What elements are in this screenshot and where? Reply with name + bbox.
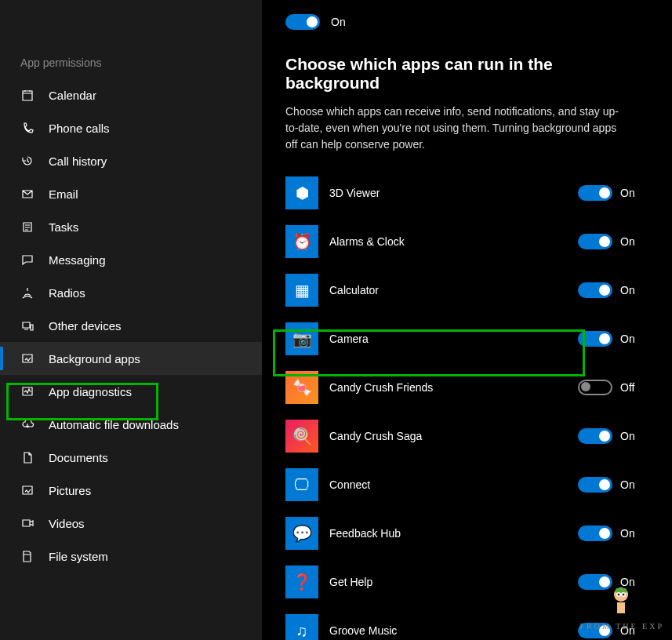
sidebar-item-radios[interactable]: Radios bbox=[0, 276, 262, 309]
sidebar-item-downloads[interactable]: Automatic file downloads bbox=[0, 408, 262, 441]
app-icon: 🍭 bbox=[285, 420, 318, 453]
app-icon: 💬 bbox=[285, 517, 318, 550]
mascot-icon bbox=[609, 585, 633, 616]
app-icon: ❓ bbox=[285, 565, 318, 598]
app-toggle-label: On bbox=[620, 527, 635, 540]
app-toggle-group: On bbox=[578, 185, 648, 201]
app-name-label: Alarms & Clock bbox=[329, 235, 567, 248]
app-row: ⬢3D ViewerOn bbox=[285, 169, 648, 217]
app-row: ▦CalculatorOn bbox=[285, 266, 648, 315]
sidebar-item-label: Pictures bbox=[49, 484, 91, 497]
svg-point-5 bbox=[623, 594, 625, 596]
app-toggle[interactable] bbox=[578, 525, 612, 541]
sidebar-item-label: Videos bbox=[49, 517, 85, 530]
documents-icon bbox=[20, 450, 35, 464]
calendar-icon bbox=[20, 88, 35, 102]
app-icon: 🍬 bbox=[285, 371, 318, 404]
sidebar-item-label: Calendar bbox=[49, 89, 96, 102]
app-icon: ▦ bbox=[285, 274, 318, 307]
sidebar-item-label: App diagnostics bbox=[49, 385, 132, 398]
sidebar-item-documents[interactable]: Documents bbox=[0, 441, 262, 474]
diagnostics-icon bbox=[20, 384, 35, 398]
sidebar-item-label: File system bbox=[49, 550, 108, 563]
sidebar-item-label: Phone calls bbox=[49, 122, 110, 135]
app-icon: 📷 bbox=[285, 322, 318, 355]
app-row: ❓Get HelpOn bbox=[285, 558, 648, 606]
sidebar-item-tasks[interactable]: Tasks bbox=[0, 210, 262, 243]
app-toggle[interactable] bbox=[578, 185, 612, 201]
email-icon bbox=[20, 187, 35, 201]
app-toggle-label: On bbox=[620, 235, 635, 248]
sidebar-item-videos[interactable]: Videos bbox=[0, 507, 262, 540]
history-icon bbox=[20, 154, 35, 168]
app-toggle[interactable] bbox=[578, 477, 612, 493]
sidebar-item-label: Messaging bbox=[49, 253, 106, 267]
app-icon: 🖵 bbox=[285, 468, 318, 501]
sidebar-item-devices[interactable]: Other devices bbox=[0, 309, 262, 342]
sidebar-item-label: Background apps bbox=[49, 352, 140, 365]
sidebar-item-label: Automatic file downloads bbox=[49, 418, 179, 431]
app-toggle[interactable] bbox=[578, 234, 612, 249]
pictures-icon bbox=[20, 483, 35, 497]
app-name-label: Calculator bbox=[329, 284, 567, 296]
app-toggle-group: On bbox=[578, 331, 648, 347]
app-toggle[interactable] bbox=[578, 380, 612, 395]
app-row: 🍭Candy Crush SagaOn bbox=[285, 412, 648, 460]
sidebar-item-label: Other devices bbox=[49, 319, 122, 333]
app-row: 🍬Candy Crush FriendsOff bbox=[285, 363, 648, 412]
app-row: 📷CameraOn bbox=[285, 315, 648, 363]
section-description: Choose which apps can receive info, send… bbox=[285, 104, 630, 153]
sidebar-item-calendar[interactable]: Calendar bbox=[0, 78, 262, 111]
svg-rect-1 bbox=[616, 588, 627, 593]
sidebar-item-history[interactable]: Call history bbox=[0, 144, 262, 177]
sidebar-item-label: Call history bbox=[49, 155, 107, 168]
radios-icon bbox=[20, 285, 35, 300]
app-row: 💬Feedback HubOn bbox=[285, 509, 648, 558]
app-toggle[interactable] bbox=[578, 331, 612, 347]
master-toggle[interactable] bbox=[285, 14, 320, 30]
filesystem-icon bbox=[20, 549, 35, 563]
app-toggle-label: On bbox=[620, 478, 635, 491]
section-title: Choose which apps can run in the backgro… bbox=[285, 55, 648, 93]
sidebar-item-label: Email bbox=[49, 187, 78, 201]
sidebar: App permissions CalendarPhone callsCall … bbox=[0, 0, 262, 640]
sidebar-item-label: Radios bbox=[49, 286, 85, 300]
app-toggle-group: On bbox=[578, 282, 648, 298]
app-icon: ♫ bbox=[285, 614, 318, 640]
app-name-label: Groove Music bbox=[329, 624, 567, 637]
sidebar-item-background[interactable]: Background apps bbox=[0, 342, 262, 375]
sidebar-header: App permissions bbox=[0, 47, 262, 78]
app-name-label: Feedback Hub bbox=[329, 527, 567, 540]
sidebar-item-pictures[interactable]: Pictures bbox=[0, 474, 262, 507]
master-toggle-row: On bbox=[285, 0, 648, 38]
tasks-icon bbox=[20, 220, 35, 234]
app-toggle[interactable] bbox=[578, 574, 612, 590]
sidebar-item-filesystem[interactable]: File system bbox=[0, 540, 262, 573]
sidebar-item-label: Documents bbox=[49, 451, 108, 464]
sidebar-item-email[interactable]: Email bbox=[0, 177, 262, 210]
app-toggle-label: On bbox=[620, 430, 635, 442]
app-row: 🖵ConnectOn bbox=[285, 460, 648, 509]
app-toggle-group: Off bbox=[578, 380, 648, 395]
downloads-icon bbox=[20, 417, 35, 431]
sidebar-item-messaging[interactable]: Messaging bbox=[0, 243, 262, 276]
app-row: ⏰Alarms & ClockOn bbox=[285, 217, 648, 266]
app-toggle-label: On bbox=[620, 187, 635, 199]
app-toggle[interactable] bbox=[578, 282, 612, 298]
phone-icon bbox=[20, 121, 35, 135]
app-toggle-group: On bbox=[578, 428, 648, 444]
sidebar-item-label: Tasks bbox=[49, 220, 78, 234]
app-name-label: Candy Crush Saga bbox=[329, 430, 567, 442]
app-toggle[interactable] bbox=[578, 428, 612, 444]
videos-icon bbox=[20, 516, 35, 530]
master-toggle-label: On bbox=[331, 16, 346, 28]
app-name-label: 3D Viewer bbox=[329, 187, 567, 199]
sidebar-item-diagnostics[interactable]: App diagnostics bbox=[0, 375, 262, 408]
app-icon: ⏰ bbox=[285, 225, 318, 258]
app-toggle-group: On bbox=[578, 525, 648, 541]
app-icon: ⬢ bbox=[285, 176, 318, 209]
app-name-label: Connect bbox=[329, 478, 567, 491]
sidebar-item-phone[interactable]: Phone calls bbox=[0, 111, 262, 144]
main-content: On Choose which apps can run in the back… bbox=[262, 0, 672, 640]
app-toggle-group: On bbox=[578, 234, 648, 249]
